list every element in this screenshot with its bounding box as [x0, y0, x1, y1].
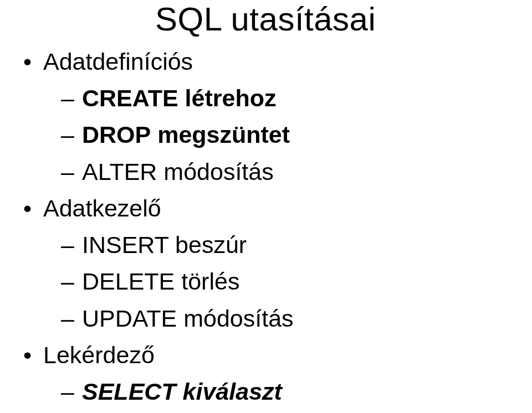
slide-title: SQL utasításai	[155, 0, 376, 38]
command-desc: módosítás	[163, 158, 273, 185]
command-desc: létrehoz	[185, 85, 277, 111]
command-desc: kiválaszt	[183, 378, 282, 405]
command-name: ALTER	[82, 158, 157, 185]
command-desc: beszúr	[175, 231, 247, 258]
command-name: CREATE	[82, 85, 178, 111]
section-heading: Adatkezelő	[17, 190, 532, 226]
command-name: INSERT	[82, 231, 168, 258]
command-desc: törlés	[181, 268, 239, 295]
section-heading: Lekérdező	[17, 337, 532, 373]
list-item: SELECT kiválaszt	[17, 373, 532, 410]
command-name: UPDATE	[82, 305, 177, 332]
list-item: DELETE törlés	[17, 263, 532, 300]
command-name: DELETE	[82, 268, 175, 295]
list-item: INSERT beszúr	[17, 226, 532, 263]
list-item: ALTER módosítás	[17, 153, 532, 190]
section-heading: Adatdefiníciós	[17, 43, 532, 80]
list-item: DROP megszüntet	[17, 116, 532, 153]
list-item: UPDATE módosítás	[17, 300, 532, 337]
section-heading: Adatvezérlő	[17, 410, 532, 413]
command-name: SELECT	[82, 378, 176, 405]
command-name: DROP	[82, 121, 151, 148]
command-desc: megszüntet	[157, 121, 290, 148]
list-item: CREATE létrehoz	[17, 80, 532, 116]
slide-content: Adatdefiníciós CREATE létrehoz DROP megs…	[17, 43, 532, 413]
command-desc: módosítás	[183, 305, 293, 332]
